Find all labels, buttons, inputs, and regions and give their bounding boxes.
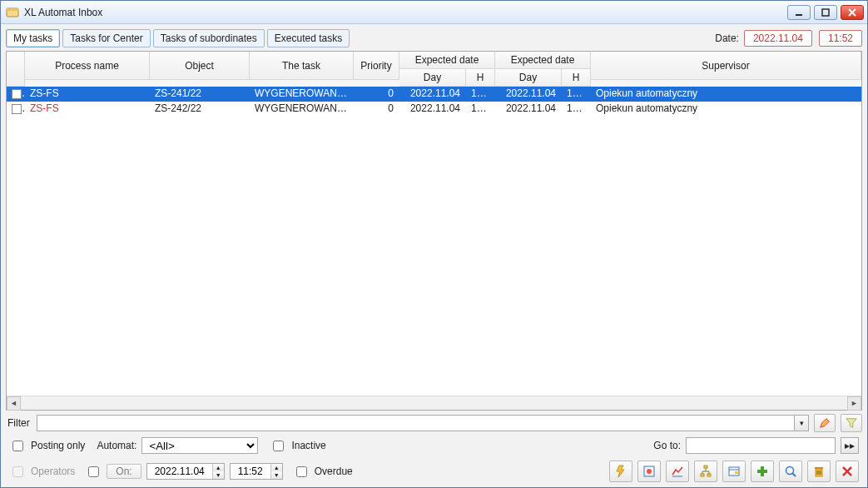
titlebar: XL Automat Inbox xyxy=(1,1,867,24)
table-row[interactable]: ZS-FS ZS-242/22 WYGENEROWANIE FS 0 2022.… xyxy=(7,102,861,117)
cell-process: ZS-FS xyxy=(25,87,150,102)
scroll-right-icon[interactable]: ► xyxy=(847,396,861,411)
spin-down-icon[interactable]: ▼ xyxy=(212,471,224,479)
app-window: XL Automat Inbox My tasks Tasks for Cent… xyxy=(0,0,868,488)
filter-dropdown-icon[interactable]: ▾ xyxy=(794,415,809,431)
filter-row: Filter ▾ xyxy=(6,414,862,432)
cell-d1: 2022.11.04 xyxy=(399,87,466,102)
on-date-input[interactable] xyxy=(147,464,212,479)
svg-rect-12 xyxy=(707,474,711,476)
col-day-2[interactable]: Day xyxy=(495,69,562,87)
svg-rect-11 xyxy=(701,474,704,476)
col-expected-2[interactable]: Expected date xyxy=(495,52,591,69)
scroll-left-icon[interactable]: ◄ xyxy=(7,396,21,411)
toolbar-add-button[interactable] xyxy=(751,461,774,482)
options-row: Posting only Automat: <All> Inactive Go … xyxy=(6,436,862,456)
spin-up-icon[interactable]: ▲ xyxy=(270,464,282,471)
col-h-2[interactable]: H xyxy=(562,69,591,87)
on-time-spinner[interactable]: ▲▼ xyxy=(230,463,283,480)
col-supervisor[interactable]: Supervisor xyxy=(591,52,861,80)
row-checkbox[interactable] xyxy=(12,89,22,99)
row-checkbox[interactable] xyxy=(12,104,22,114)
toolbar-delete-button[interactable] xyxy=(807,461,831,482)
svg-line-5 xyxy=(849,9,856,16)
goto-input[interactable] xyxy=(686,437,836,454)
col-h-1[interactable]: H xyxy=(466,69,495,87)
on-time-input[interactable] xyxy=(231,464,270,479)
svg-rect-15 xyxy=(735,471,738,474)
toolbar-close-button[interactable] xyxy=(836,461,859,482)
cell-priority: 0 xyxy=(354,102,399,117)
cell-d2: 2022.11.04 xyxy=(495,87,562,102)
cell-d2: 2022.11.04 xyxy=(495,102,562,117)
svg-marker-6 xyxy=(617,466,624,477)
filter-label: Filter xyxy=(6,417,32,429)
grid-body[interactable]: ZS-FS ZS-241/22 WYGENEROWANIE FS 0 2022.… xyxy=(7,87,861,396)
tab-tasks-of-subordinates[interactable]: Tasks of subordinates xyxy=(153,29,265,47)
tab-tasks-for-center[interactable]: Tasks for Center xyxy=(62,29,150,47)
grid-header: Process name Object The task Priority Ex… xyxy=(7,52,861,87)
toolbar-chart-button[interactable] xyxy=(666,461,689,482)
svg-rect-10 xyxy=(704,466,707,468)
cell-supervisor: Opiekun automatyczny xyxy=(591,87,861,102)
client-area: My tasks Tasks for Center Tasks of subor… xyxy=(1,24,867,487)
toolbar-card-button[interactable] xyxy=(722,461,746,482)
filter-apply-button[interactable] xyxy=(841,414,862,432)
on-button[interactable]: On: xyxy=(107,464,141,479)
horizontal-scrollbar[interactable]: ◄ ► xyxy=(7,396,861,410)
on-date-spinner[interactable]: ▲▼ xyxy=(146,463,225,480)
tab-executed-tasks[interactable]: Executed tasks xyxy=(267,29,350,47)
window-buttons xyxy=(787,5,864,20)
toolbar-tree-button[interactable] xyxy=(694,461,717,482)
on-checkbox[interactable] xyxy=(88,466,99,477)
svg-rect-1 xyxy=(7,8,18,11)
maximize-button[interactable] xyxy=(814,5,837,20)
cell-process: ZS-FS xyxy=(25,102,150,117)
goto-button[interactable]: ▸▸ xyxy=(841,437,859,454)
col-checkbox[interactable] xyxy=(7,52,25,87)
filter-input-wrap: ▾ xyxy=(37,415,809,431)
svg-rect-21 xyxy=(815,467,823,469)
inactive-checkbox[interactable] xyxy=(273,441,284,451)
svg-rect-3 xyxy=(822,9,829,16)
operators-checkbox xyxy=(12,466,23,477)
toolbar-target-button[interactable] xyxy=(637,461,661,482)
cell-h2: 11:45 xyxy=(562,87,591,102)
col-task[interactable]: The task xyxy=(250,52,354,80)
automat-combo[interactable]: <All> xyxy=(141,437,258,454)
spin-up-icon[interactable]: ▲ xyxy=(212,464,224,471)
overdue-checkbox[interactable] xyxy=(296,466,307,477)
automat-label: Automat: xyxy=(97,440,136,451)
goto-label: Go to: xyxy=(653,440,681,451)
toolbar-zoom-button[interactable] xyxy=(779,461,802,482)
cell-h1: 11:49 xyxy=(466,102,495,117)
col-priority[interactable]: Priority xyxy=(354,52,399,80)
header-date-value[interactable]: 2022.11.04 xyxy=(744,30,812,47)
inactive-label: Inactive xyxy=(291,440,325,451)
spin-down-icon[interactable]: ▼ xyxy=(270,471,282,479)
filter-edit-button[interactable] xyxy=(814,414,836,432)
cell-task: WYGENEROWANIE FS xyxy=(250,102,354,117)
table-row[interactable]: ZS-FS ZS-241/22 WYGENEROWANIE FS 0 2022.… xyxy=(7,87,861,102)
svg-rect-17 xyxy=(757,470,767,473)
col-day-1[interactable]: Day xyxy=(399,69,466,87)
header-time-value[interactable]: 11:52 xyxy=(819,30,862,47)
toolbar-lightning-button[interactable] xyxy=(609,461,632,482)
cell-object: ZS-241/22 xyxy=(150,87,250,102)
cell-priority: 0 xyxy=(354,87,399,102)
header-date-label: Date: xyxy=(715,32,739,44)
col-expected-1[interactable]: Expected date xyxy=(399,52,495,69)
close-button[interactable] xyxy=(841,5,864,20)
filter-input[interactable] xyxy=(37,415,794,431)
operators-label: Operators xyxy=(31,466,75,477)
svg-line-19 xyxy=(792,473,796,476)
task-grid: Process name Object The task Priority Ex… xyxy=(6,51,862,411)
app-icon xyxy=(6,6,19,19)
minimize-button[interactable] xyxy=(787,5,811,20)
tabs: My tasks Tasks for Center Tasks of subor… xyxy=(6,29,350,47)
posting-only-label: Posting only xyxy=(31,440,85,451)
tab-my-tasks[interactable]: My tasks xyxy=(6,29,60,47)
col-process[interactable]: Process name xyxy=(25,52,150,80)
col-object[interactable]: Object xyxy=(150,52,250,80)
posting-only-checkbox[interactable] xyxy=(12,441,23,451)
